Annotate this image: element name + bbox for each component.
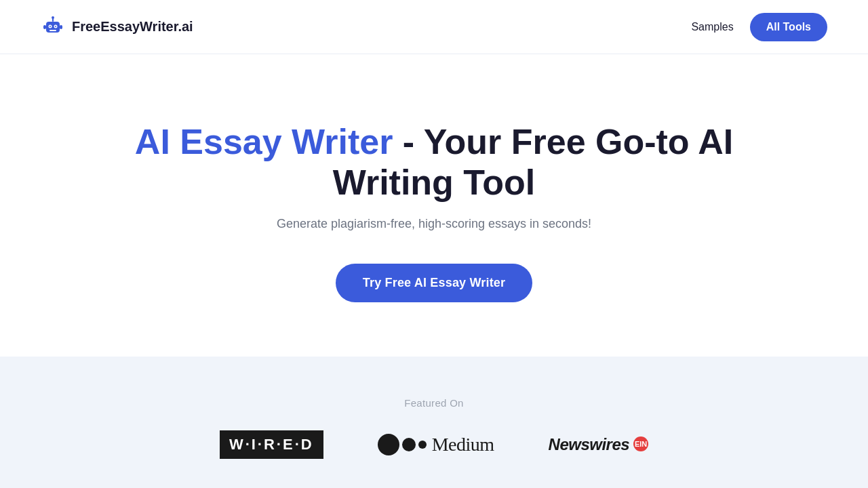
svg-point-4 xyxy=(55,26,56,27)
svg-rect-8 xyxy=(43,25,46,29)
medium-circle-small xyxy=(418,441,427,449)
newswires-logo: Newswires EIN xyxy=(549,435,649,454)
all-tools-button[interactable]: All Tools xyxy=(750,13,827,41)
robot-icon xyxy=(41,15,65,39)
newswires-text: Newswires xyxy=(549,435,630,454)
featured-section: Featured On W·I·R·E·D Medium Newswires E… xyxy=(0,357,868,488)
svg-rect-5 xyxy=(50,30,56,31)
medium-text: Medium xyxy=(432,434,494,455)
nav-samples-link[interactable]: Samples xyxy=(691,21,733,33)
medium-icon xyxy=(378,434,427,455)
logo-text: FreeEssayWriter.ai xyxy=(72,19,193,35)
hero-title-blue: AI Essay Writer xyxy=(135,122,393,161)
cta-button[interactable]: Try Free AI Essay Writer xyxy=(336,264,532,302)
medium-circle-big xyxy=(378,434,399,455)
logo[interactable]: FreeEssayWriter.ai xyxy=(41,15,193,39)
svg-point-7 xyxy=(52,16,54,19)
wired-logo: W·I·R·E·D xyxy=(220,430,323,459)
svg-point-3 xyxy=(50,26,51,27)
nav: Samples All Tools xyxy=(691,13,827,41)
hero-subtitle: Generate plagiarism-free, high-scoring e… xyxy=(277,217,591,231)
featured-logos: W·I·R·E·D Medium Newswires EIN xyxy=(220,430,648,459)
featured-label: Featured On xyxy=(404,397,464,409)
medium-logo: Medium xyxy=(378,434,494,455)
newswires-badge: EIN xyxy=(633,436,648,451)
medium-circle-mid xyxy=(402,438,416,451)
svg-rect-9 xyxy=(60,25,62,29)
header: FreeEssayWriter.ai Samples All Tools xyxy=(0,0,868,54)
hero-title: AI Essay Writer - Your Free Go-to AI Wri… xyxy=(129,122,739,203)
hero-section: AI Essay Writer - Your Free Go-to AI Wri… xyxy=(0,54,868,357)
hero-title-rest: - Your Free Go-to AI Writing Tool xyxy=(333,122,733,202)
